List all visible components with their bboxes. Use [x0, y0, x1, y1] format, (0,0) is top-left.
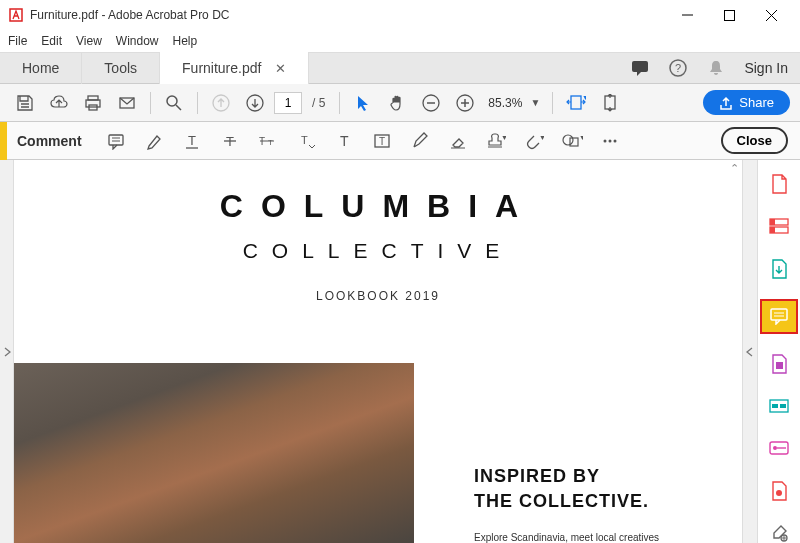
- more-icon[interactable]: [594, 126, 626, 156]
- comment-tool-icon[interactable]: [762, 301, 796, 332]
- svg-rect-54: [776, 362, 783, 369]
- svg-rect-51: [771, 309, 787, 320]
- main-area: ⌃ COLUMBIA COLLECTIVE LOOKBOOK 2019 INSP…: [0, 160, 800, 543]
- tab-tools[interactable]: Tools: [82, 52, 160, 84]
- help-icon[interactable]: ?: [668, 58, 688, 78]
- prev-page-icon[interactable]: [206, 88, 236, 118]
- strikethrough-icon[interactable]: T: [214, 126, 246, 156]
- more-tools-icon[interactable]: [768, 523, 790, 543]
- search-icon[interactable]: [159, 88, 189, 118]
- doc-image: [14, 363, 414, 543]
- svg-rect-57: [780, 404, 786, 408]
- close-comment-button[interactable]: Close: [721, 127, 788, 154]
- svg-text:▼: ▼: [579, 134, 583, 141]
- export-pdf-icon[interactable]: [768, 258, 790, 278]
- tabbar: Home Tools Furniture.pdf✕ ? Sign In: [0, 52, 800, 84]
- redact-icon[interactable]: [768, 396, 790, 416]
- hand-icon[interactable]: [382, 88, 412, 118]
- cloud-icon[interactable]: [44, 88, 74, 118]
- page-total: / 5: [312, 96, 325, 110]
- zoom-out-icon[interactable]: [416, 88, 446, 118]
- shapes-icon[interactable]: ▼: [556, 126, 588, 156]
- svg-point-44: [603, 139, 606, 142]
- page-number-input[interactable]: [274, 92, 302, 114]
- app-icon: [8, 7, 24, 23]
- mail-icon[interactable]: [112, 88, 142, 118]
- svg-text:▼: ▼: [539, 134, 544, 141]
- main-toolbar: / 5 85.3% ▼ ▼ Share: [0, 84, 800, 122]
- attach-icon[interactable]: ▼: [518, 126, 550, 156]
- sign-in-link[interactable]: Sign In: [744, 60, 788, 76]
- minimize-button[interactable]: [666, 1, 708, 29]
- pointer-icon[interactable]: [348, 88, 378, 118]
- svg-point-46: [613, 139, 616, 142]
- comment-indicator: [0, 122, 7, 160]
- print-icon[interactable]: [78, 88, 108, 118]
- eraser-icon[interactable]: [442, 126, 474, 156]
- menu-help[interactable]: Help: [173, 34, 198, 48]
- tab-document[interactable]: Furniture.pdf✕: [160, 52, 309, 84]
- maximize-button[interactable]: [708, 1, 750, 29]
- comment-toolbar: Comment T T TT T T T ▼ ▼ ▼ Close: [0, 122, 800, 160]
- add-text-icon[interactable]: T: [328, 126, 360, 156]
- doc-tagline: LOOKBOOK 2019: [14, 289, 742, 303]
- tools-sidepanel: [758, 160, 800, 543]
- svg-text:?: ?: [675, 62, 681, 74]
- tab-home[interactable]: Home: [0, 52, 82, 84]
- svg-text:T: T: [301, 134, 308, 146]
- menu-window[interactable]: Window: [116, 34, 159, 48]
- sticky-note-icon[interactable]: [100, 126, 132, 156]
- svg-point-59: [773, 446, 777, 450]
- document-page: COLUMBIA COLLECTIVE LOOKBOOK 2019 INSPIR…: [14, 160, 742, 543]
- document-viewport[interactable]: ⌃ COLUMBIA COLLECTIVE LOOKBOOK 2019 INSP…: [14, 160, 742, 543]
- pencil-icon[interactable]: [404, 126, 436, 156]
- svg-rect-2: [724, 10, 734, 20]
- close-window-button[interactable]: [750, 1, 792, 29]
- svg-rect-49: [770, 219, 775, 225]
- fit-width-icon[interactable]: ▼: [561, 88, 591, 118]
- svg-rect-50: [770, 227, 775, 233]
- svg-point-41: [563, 135, 573, 145]
- titlebar: Furniture.pdf - Adobe Acrobat Pro DC: [0, 0, 800, 30]
- bell-icon[interactable]: [706, 58, 726, 78]
- tab-close-icon[interactable]: ✕: [275, 61, 286, 76]
- next-page-icon[interactable]: [240, 88, 270, 118]
- underline-icon[interactable]: T: [176, 126, 208, 156]
- zoom-in-icon[interactable]: [450, 88, 480, 118]
- svg-line-13: [176, 105, 181, 110]
- share-button[interactable]: Share: [703, 90, 790, 115]
- menubar: File Edit View Window Help: [0, 30, 800, 52]
- svg-text:▼: ▼: [501, 134, 506, 141]
- organize-icon[interactable]: [768, 354, 790, 374]
- chat-icon[interactable]: [630, 58, 650, 78]
- left-panel-toggle[interactable]: [0, 160, 14, 543]
- menu-view[interactable]: View: [76, 34, 102, 48]
- fit-page-icon[interactable]: [595, 88, 625, 118]
- svg-text:T: T: [340, 133, 349, 149]
- comment-label: Comment: [17, 133, 82, 149]
- right-panel-toggle[interactable]: [742, 160, 758, 543]
- svg-text:T: T: [268, 138, 273, 147]
- zoom-dropdown-icon[interactable]: ▼: [530, 97, 540, 108]
- zoom-level[interactable]: 85.3%: [488, 96, 522, 110]
- svg-rect-42: [570, 138, 578, 146]
- menu-file[interactable]: File: [8, 34, 27, 48]
- textbox-icon[interactable]: T: [366, 126, 398, 156]
- insert-text-icon[interactable]: T: [290, 126, 322, 156]
- combine-icon[interactable]: [768, 216, 790, 236]
- doc-title: COLUMBIA: [14, 188, 742, 225]
- stamp-icon[interactable]: ▼: [480, 126, 512, 156]
- protect-icon[interactable]: [768, 438, 790, 458]
- svg-text:▼: ▼: [582, 94, 586, 101]
- highlight-icon[interactable]: [138, 126, 170, 156]
- replace-text-icon[interactable]: TT: [252, 126, 284, 156]
- window-title: Furniture.pdf - Adobe Acrobat Pro DC: [30, 8, 666, 22]
- create-pdf-icon[interactable]: [768, 174, 790, 194]
- svg-rect-21: [571, 96, 581, 109]
- svg-text:T: T: [379, 136, 385, 147]
- svg-rect-24: [109, 135, 123, 145]
- compress-icon[interactable]: [768, 481, 790, 501]
- svg-rect-5: [632, 61, 648, 72]
- save-icon[interactable]: [10, 88, 40, 118]
- menu-edit[interactable]: Edit: [41, 34, 62, 48]
